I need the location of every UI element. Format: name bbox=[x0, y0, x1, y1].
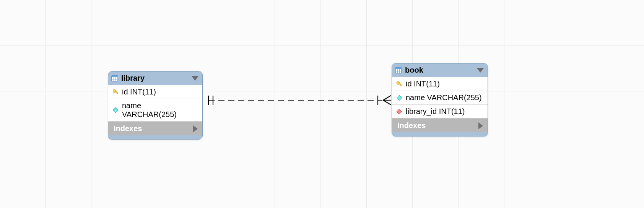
diamond-cyan-icon bbox=[396, 94, 403, 101]
column-row[interactable]: name VARCHAR(255) bbox=[392, 91, 488, 105]
svg-rect-17 bbox=[395, 68, 402, 69]
entity-header[interactable]: book bbox=[392, 63, 488, 77]
entity-footer bbox=[392, 132, 488, 136]
key-icon bbox=[112, 89, 119, 96]
diamond-red-icon bbox=[396, 108, 403, 115]
expand-icon[interactable] bbox=[193, 125, 198, 132]
erd-canvas[interactable]: library id INT(11) name V bbox=[0, 0, 644, 208]
collapse-icon[interactable] bbox=[477, 68, 484, 73]
svg-marker-15 bbox=[113, 107, 118, 113]
expand-icon[interactable] bbox=[478, 122, 483, 129]
svg-line-4 bbox=[383, 96, 391, 100]
svg-rect-8 bbox=[112, 76, 118, 77]
entity-book[interactable]: book id INT(11) name VARC bbox=[392, 63, 488, 136]
diamond-cyan-icon bbox=[112, 107, 119, 114]
column-text: id INT(11) bbox=[406, 80, 440, 88]
table-icon bbox=[395, 67, 402, 74]
svg-marker-25 bbox=[397, 109, 402, 114]
entity-title: book bbox=[405, 66, 474, 75]
svg-marker-24 bbox=[397, 95, 402, 101]
column-text: name VARCHAR(255) bbox=[122, 101, 198, 119]
collapse-icon[interactable] bbox=[192, 76, 198, 81]
column-text: id INT(11) bbox=[122, 88, 156, 96]
column-row[interactable]: library_id INT(11) bbox=[392, 105, 488, 119]
key-icon bbox=[396, 81, 403, 88]
column-text: name VARCHAR(255) bbox=[406, 93, 482, 102]
column-row[interactable]: name VARCHAR(255) bbox=[108, 99, 202, 122]
svg-line-6 bbox=[383, 100, 391, 105]
relationship-line bbox=[0, 0, 644, 208]
column-row[interactable]: id INT(11) bbox=[108, 85, 202, 99]
column-text: library_id INT(11) bbox=[406, 107, 465, 116]
indexes-section[interactable]: Indexes bbox=[108, 122, 202, 135]
entity-library[interactable]: library id INT(11) name V bbox=[108, 71, 203, 140]
indexes-section[interactable]: Indexes bbox=[392, 119, 488, 132]
entity-footer bbox=[108, 135, 202, 139]
indexes-label: Indexes bbox=[114, 124, 142, 133]
entity-header[interactable]: library bbox=[108, 72, 202, 85]
table-icon bbox=[111, 75, 118, 82]
column-row[interactable]: id INT(11) bbox=[392, 77, 488, 91]
indexes-label: Indexes bbox=[397, 121, 426, 130]
entity-title: library bbox=[121, 74, 189, 83]
